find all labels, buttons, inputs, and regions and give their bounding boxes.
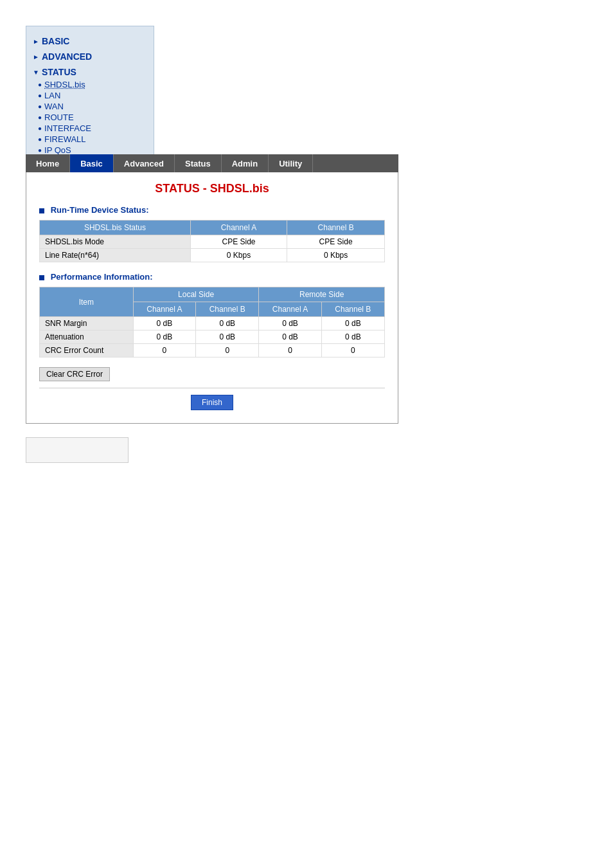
status-submenu: ● SHDSL.bis ● LAN ● WAN ● ROUTE ● INTE: [33, 80, 147, 166]
sidebar-item-status[interactable]: ▼ STATUS: [33, 67, 147, 77]
bullet-icon: ●: [38, 136, 42, 143]
run-time-section-header: Run-Time Device Status:: [39, 205, 385, 215]
sidebar-item-advanced[interactable]: ► ADVANCED: [33, 51, 147, 62]
bullet-icon: ●: [38, 92, 42, 99]
remote-ch-a-value: 0 dB: [259, 330, 321, 344]
lan-link[interactable]: LAN: [44, 91, 60, 100]
row-label: Line Rate(n*64): [40, 249, 191, 262]
nav-admin[interactable]: Admin: [222, 154, 269, 172]
nav-utility[interactable]: Utility: [269, 154, 313, 172]
nav-bar: Home Basic Advanced Status Admin Utility: [26, 154, 398, 172]
content-panel: STATUS - SHDSL.bis Run-Time Device Statu…: [26, 172, 398, 424]
bullet-icon: ●: [38, 103, 42, 110]
sidebar-item-ip-qos[interactable]: ● IP QoS: [38, 145, 147, 155]
sidebar-item-wan[interactable]: ● WAN: [38, 102, 147, 111]
sidebar-item-firewall[interactable]: ● FIREWALL: [38, 134, 147, 144]
section-marker-perf-icon: [39, 275, 44, 280]
perf-remote-ch-b: Channel B: [321, 302, 384, 317]
sidebar-section-status: ▼ STATUS ● SHDSL.bis ● LAN ● WAN ●: [33, 67, 147, 166]
finish-button[interactable]: Finish: [191, 395, 233, 410]
performance-table: Item Local Side Remote Side Channel A Ch…: [39, 287, 385, 357]
perf-row-label: SNR Margin: [40, 317, 134, 330]
remote-ch-a-value: 0 dB: [259, 317, 321, 330]
local-ch-a-value: 0 dB: [133, 317, 195, 330]
sidebar-section-basic: ► BASIC: [33, 36, 147, 46]
arrow-icon-status: ▼: [33, 69, 39, 76]
row-label: SHDSL.bis Mode: [40, 235, 191, 249]
perf-item-header: Item: [40, 287, 134, 317]
channel-a-value: CPE Side: [190, 235, 287, 249]
sidebar-item-lan[interactable]: ● LAN: [38, 91, 147, 100]
channel-b-value: 0 Kbps: [287, 249, 385, 262]
sidebar-item-interface[interactable]: ● INTERFACE: [38, 123, 147, 133]
run-time-table: SHDSL.bis Status Channel A Channel B SHD…: [39, 220, 385, 262]
local-ch-b-value: 0 dB: [196, 317, 259, 330]
shdsl-bis-link[interactable]: SHDSL.bis: [44, 80, 85, 89]
bullet-icon: ●: [38, 114, 42, 121]
sidebar-item-shdsl-bis[interactable]: ● SHDSL.bis: [38, 80, 147, 89]
remote-ch-a-value: 0: [259, 344, 321, 357]
perf-remote-ch-a: Channel A: [259, 302, 321, 317]
channel-a-value: 0 Kbps: [190, 249, 287, 262]
divider: [39, 388, 385, 388]
sidebar-item-basic[interactable]: ► BASIC: [33, 36, 147, 46]
route-link[interactable]: ROUTE: [44, 113, 74, 122]
perf-row-label: CRC Error Count: [40, 344, 134, 357]
col-header-channel-a: Channel A: [190, 221, 287, 235]
table-row: Line Rate(n*64) 0 Kbps 0 Kbps: [40, 249, 385, 262]
wan-link[interactable]: WAN: [44, 102, 64, 111]
firewall-link[interactable]: FIREWALL: [44, 134, 86, 144]
perf-remote-header: Remote Side: [259, 287, 385, 302]
nav-status[interactable]: Status: [175, 154, 222, 172]
sidebar-section-advanced: ► ADVANCED: [33, 51, 147, 62]
col-header-channel-b: Channel B: [287, 221, 385, 235]
channel-b-value: CPE Side: [287, 235, 385, 249]
perf-local-header: Local Side: [133, 287, 259, 302]
local-ch-b-value: 0: [196, 344, 259, 357]
local-ch-b-value: 0 dB: [196, 330, 259, 344]
nav-advanced[interactable]: Advanced: [114, 154, 175, 172]
nav-home[interactable]: Home: [26, 154, 70, 172]
bullet-icon: ●: [38, 147, 42, 154]
clear-crc-button[interactable]: Clear CRC Error: [39, 367, 110, 381]
remote-ch-b-value: 0: [321, 344, 384, 357]
table-row: SHDSL.bis Mode CPE Side CPE Side: [40, 235, 385, 249]
bullet-icon: ●: [38, 125, 42, 132]
table-row: SNR Margin 0 dB 0 dB 0 dB 0 dB: [40, 317, 385, 330]
table-row: Attenuation 0 dB 0 dB 0 dB 0 dB: [40, 330, 385, 344]
sidebar-item-route[interactable]: ● ROUTE: [38, 113, 147, 122]
performance-section-header: Performance Information:: [39, 272, 385, 282]
page-wrapper: ► BASIC ► ADVANCED ▼ STATUS ● SHDSL.bis: [0, 0, 613, 868]
main-content: Home Basic Advanced Status Admin Utility…: [26, 154, 398, 424]
ip-qos-link[interactable]: IP QoS: [44, 145, 71, 155]
interface-link[interactable]: INTERFACE: [44, 123, 91, 133]
table-row: CRC Error Count 0 0 0 0: [40, 344, 385, 357]
perf-local-ch-b: Channel B: [196, 302, 259, 317]
bottom-box: [26, 437, 129, 463]
arrow-icon-advanced: ►: [33, 53, 39, 60]
bullet-icon: ●: [38, 81, 42, 88]
col-header-status: SHDSL.bis Status: [40, 221, 191, 235]
arrow-icon-basic: ►: [33, 38, 39, 45]
page-title: STATUS - SHDSL.bis: [39, 182, 385, 195]
local-ch-a-value: 0 dB: [133, 330, 195, 344]
remote-ch-b-value: 0 dB: [321, 317, 384, 330]
local-ch-a-value: 0: [133, 344, 195, 357]
remote-ch-b-value: 0 dB: [321, 330, 384, 344]
perf-local-ch-a: Channel A: [133, 302, 195, 317]
section-marker-icon: [39, 208, 44, 213]
perf-row-label: Attenuation: [40, 330, 134, 344]
nav-basic[interactable]: Basic: [70, 154, 114, 172]
